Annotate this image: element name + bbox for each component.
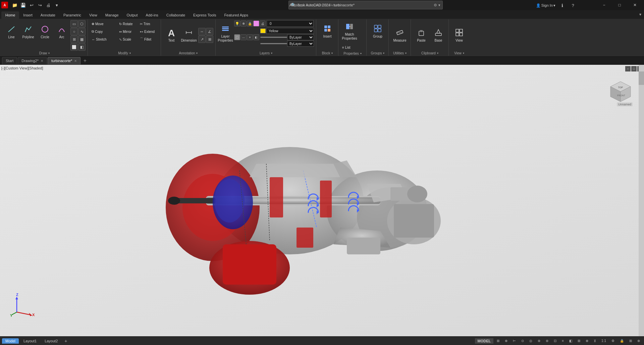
dynmode-btn[interactable]: ⊡ xyxy=(552,338,558,343)
color-yellow-swatch[interactable] xyxy=(260,29,266,33)
close-drawing2-btn[interactable]: ✕ xyxy=(41,59,43,63)
layer-color-btn[interactable]: □ xyxy=(253,20,259,27)
match-properties-button[interactable]: Match Properties xyxy=(341,20,358,43)
group-button[interactable]: Group xyxy=(369,20,386,43)
search-expand-icon[interactable]: ▾ xyxy=(438,3,440,7)
snap-btn[interactable]: ⊕ xyxy=(503,338,509,343)
insert-button[interactable]: Insert xyxy=(319,20,336,43)
dimension-button[interactable]: Dimension xyxy=(181,23,197,48)
circle-button[interactable]: Circle xyxy=(37,20,53,44)
qa-open-btn[interactable]: 📁 xyxy=(11,1,19,9)
arc-button[interactable]: Arc xyxy=(54,20,70,44)
table-btn[interactable]: ⊞ xyxy=(206,36,213,43)
clipboard-expand-icon[interactable]: ▾ xyxy=(437,52,438,55)
mirror-button[interactable]: ⇔ Mirror xyxy=(118,28,138,35)
workspace-btn[interactable]: ⊕ xyxy=(635,338,642,343)
utilities-expand-icon[interactable]: ▾ xyxy=(405,52,407,55)
angular-dim-btn[interactable]: ∠ xyxy=(206,28,213,35)
rotate-button[interactable]: ↻ Rotate xyxy=(118,20,138,28)
linear-dim-btn[interactable]: ↔ xyxy=(198,28,206,35)
wipeout-btn[interactable]: ◧ xyxy=(78,43,86,51)
close-btn[interactable]: ✕ xyxy=(627,0,643,10)
layer-properties-button[interactable]: Layer Properties xyxy=(218,22,233,45)
modify-expand-icon[interactable]: ▾ xyxy=(129,52,131,55)
groups-expand-icon[interactable]: ▾ xyxy=(383,52,384,55)
view-expand-icon[interactable]: ▾ xyxy=(463,52,464,55)
tab-insert[interactable]: Insert xyxy=(19,11,37,19)
doc-tab-start[interactable]: Start xyxy=(2,57,17,64)
lineweight-icon[interactable]: ≡ xyxy=(247,34,253,40)
tab-view[interactable]: View xyxy=(85,11,101,19)
new-tab-btn[interactable]: + xyxy=(81,57,89,64)
move-button[interactable]: ✥ Move xyxy=(90,20,117,28)
rect-btn[interactable]: ▭ xyxy=(70,20,78,28)
color-swatch-icon[interactable]: □ xyxy=(234,34,240,40)
gradient-btn[interactable]: ▦ xyxy=(78,36,86,43)
block-expand-icon[interactable]: ▾ xyxy=(331,52,333,55)
annotation-scale-btn[interactable]: ⊞ xyxy=(627,338,634,343)
tab-layout1[interactable]: Layout1 xyxy=(20,338,40,344)
transparency-btn[interactable]: ◧ xyxy=(567,338,574,343)
qa-undo-btn[interactable]: ↩ xyxy=(28,1,36,9)
scale-button[interactable]: ⤡ Scale xyxy=(118,36,138,43)
close-turbinacorte-btn[interactable]: ✕ xyxy=(74,59,77,63)
otrack-btn[interactable]: ⊛ xyxy=(536,338,542,343)
view-button[interactable]: View xyxy=(451,24,467,47)
3dosnap-btn[interactable]: ⊕ xyxy=(584,338,590,343)
ducs-btn[interactable]: ⊚ xyxy=(544,338,550,343)
selcyc-btn[interactable]: ⊞ xyxy=(576,338,582,343)
viewport-maximize-btn[interactable]: □ xyxy=(631,66,637,71)
minimize-btn[interactable]: − xyxy=(596,0,612,10)
fillet-button[interactable]: ⌒ Fillet xyxy=(139,36,159,43)
tab-model[interactable]: Model xyxy=(2,338,19,344)
right-scrollbar[interactable] xyxy=(639,65,644,336)
signin-button[interactable]: 👤 Sign In ▾ xyxy=(536,3,555,8)
layer-dropdown[interactable]: 0 xyxy=(267,20,314,27)
properties-expand-icon[interactable]: ▾ xyxy=(360,52,362,55)
paste-button[interactable]: Paste xyxy=(413,24,429,47)
ortho-btn[interactable]: ⊢ xyxy=(511,338,518,343)
grid-btn[interactable]: ⊞ xyxy=(495,338,501,343)
ribbon-minimize-btn[interactable]: ▾ xyxy=(637,12,644,17)
doc-tab-turbinacorte[interactable]: turbinacorte* ✕ xyxy=(48,57,80,64)
ellipse-btn[interactable]: ○ xyxy=(70,28,78,35)
tab-manage[interactable]: Manage xyxy=(101,11,123,19)
trim-button[interactable]: ✂ Trim xyxy=(139,20,159,28)
tab-expresstools[interactable]: Express Tools xyxy=(189,11,220,19)
base-button[interactable]: Base xyxy=(430,24,446,47)
linetype-dropdown[interactable]: ByLayer xyxy=(287,34,314,40)
qa-redo-btn[interactable]: ↪ xyxy=(36,1,44,9)
viewport-minimize-btn[interactable]: − xyxy=(625,66,631,71)
layer-lock-btn[interactable]: 🔒 xyxy=(247,20,253,27)
qa-dropdown-btn[interactable]: ▾ xyxy=(53,1,61,9)
tab-layout2[interactable]: Layout2 xyxy=(41,338,61,344)
polar-btn[interactable]: ⊙ xyxy=(519,338,526,343)
tab-home[interactable]: Home xyxy=(1,11,19,19)
leader-btn[interactable]: ↗ xyxy=(198,36,206,43)
search-help-icon[interactable]: ⚙ xyxy=(434,3,437,7)
draw-expand-icon[interactable]: ▾ xyxy=(48,52,50,55)
osnap-btn[interactable]: ◎ xyxy=(527,338,534,343)
stretch-button[interactable]: ↔ Stretch xyxy=(90,36,117,43)
lock-btn[interactable]: 🔒 xyxy=(618,338,626,343)
help-btn[interactable]: ? xyxy=(569,1,577,9)
copy-button[interactable]: ⧉ Copy xyxy=(90,28,117,35)
tab-parametric[interactable]: Parametric xyxy=(59,11,85,19)
layers-expand-icon[interactable]: ▾ xyxy=(271,52,272,55)
region-btn[interactable]: ⬜ xyxy=(70,43,78,51)
tab-featuredapps[interactable]: Featured Apps xyxy=(220,11,252,19)
viewport-label[interactable]: [-][Custom View][Shaded] xyxy=(1,66,43,70)
maximize-btn[interactable]: □ xyxy=(612,0,627,10)
measure-button[interactable]: Measure xyxy=(391,24,409,47)
spline-btn[interactable]: ∿ xyxy=(78,28,86,35)
polyline-button[interactable]: Polyline xyxy=(20,20,36,44)
extend-button[interactable]: ⊷ Extend xyxy=(139,28,159,35)
transparency-icon[interactable]: ◧ xyxy=(253,34,259,40)
hatch-btn[interactable]: ⊞ xyxy=(70,36,78,43)
add-layout-btn[interactable]: + xyxy=(62,338,69,344)
layer-plot-btn[interactable]: 🖨 xyxy=(260,20,266,27)
list-button[interactable]: ≡ List xyxy=(341,44,364,51)
annotation-expand-icon[interactable]: ▾ xyxy=(196,52,198,55)
settings-btn[interactable]: ⚙ xyxy=(609,338,616,343)
linewidth-btn[interactable]: ≡ xyxy=(560,338,566,343)
